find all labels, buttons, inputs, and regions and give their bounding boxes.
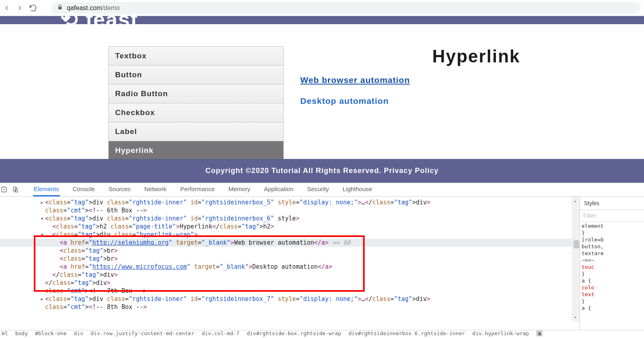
- breadcrumb-item[interactable]: div#rghtside-box.rghtside-wrap: [247, 330, 341, 336]
- content-panel: Hyperlink Web browser automationDesktop …: [300, 46, 520, 117]
- devtools-tabs: ElementsConsoleSourcesNetworkPerformance…: [0, 183, 644, 197]
- dom-tree[interactable]: ▸<class="tag">div class="rghtside-inner"…: [0, 197, 580, 330]
- devtools-tab-elements[interactable]: Elements: [33, 185, 60, 196]
- breadcrumb-item[interactable]: div.row.justify-content-md-center: [91, 330, 194, 336]
- devtools-tab-sources[interactable]: Sources: [108, 185, 132, 196]
- dom-line[interactable]: class="cmt"><!-- 8th Box -->: [0, 303, 580, 311]
- scrollbar[interactable]: ▴ ▾: [572, 197, 580, 322]
- menu-item-checkbox[interactable]: Checkbox: [109, 103, 283, 122]
- site-footer: Copyright ©2020 Tutorial All Rights Rese…: [0, 159, 644, 183]
- dom-line[interactable]: <class="tag">br>: [0, 247, 580, 255]
- styles-filter[interactable]: Filter: [580, 210, 644, 222]
- url-bar[interactable]: qafeast.com/demo: [52, 2, 641, 14]
- forward-icon[interactable]: [16, 4, 23, 12]
- devtools-body: ▸<class="tag">div class="rghtside-inner"…: [0, 197, 644, 330]
- back-icon[interactable]: [3, 4, 10, 12]
- menu-item-button[interactable]: Button: [109, 66, 283, 84]
- svg-rect-1: [13, 187, 16, 191]
- dom-line[interactable]: <a href="http://seleniumhq.org" target="…: [0, 239, 580, 247]
- dom-breadcrumb[interactable]: mlbody#block-onedivdiv.row.justify-conte…: [0, 330, 644, 338]
- footer-text: Copyright ©2020 Tutorial All Rights Rese…: [205, 167, 438, 175]
- menu-item-label[interactable]: Label: [109, 122, 283, 141]
- devtools-panel: ElementsConsoleSourcesNetworkPerformance…: [0, 183, 644, 338]
- dom-line[interactable]: ▸<class="tag">div class="rghtside-inner"…: [0, 198, 580, 206]
- hyperlink-1[interactable]: Web browser automation: [300, 75, 410, 85]
- devtools-tab-console[interactable]: Console: [72, 185, 96, 196]
- devtools-tab-lighthouse[interactable]: Lighthouse: [342, 185, 373, 196]
- inspect-icon[interactable]: [1, 186, 7, 194]
- breadcrumb-item[interactable]: div: [74, 330, 83, 336]
- dom-line[interactable]: class="cmt"><!-- 6th Box -->: [0, 206, 580, 214]
- dom-line[interactable]: ▸<class="tag">div class="rghtside-inner"…: [0, 295, 580, 303]
- dom-line[interactable]: <class="tag">h2 class="page-title">Hyper…: [0, 223, 580, 231]
- breadcrumb-item[interactable]: a: [536, 330, 543, 336]
- reload-icon[interactable]: [29, 4, 37, 12]
- menu-item-textbox[interactable]: Textbox: [109, 47, 283, 66]
- hyperlink-2[interactable]: Desktop automation: [300, 96, 389, 106]
- dom-line[interactable]: class="cmt"><!-- 7th Box -->: [0, 287, 580, 295]
- dom-line[interactable]: <a href="https://www.microfocus.com" tar…: [0, 263, 580, 271]
- styles-rules: element}[role=bbutton,textare -ms- touc}…: [580, 222, 644, 311]
- page-title: Hyperlink: [432, 46, 520, 66]
- dom-line[interactable]: ▾ <class="tag">div class="hyperlink-wrap…: [0, 231, 580, 239]
- scrollbar-thumb[interactable]: [574, 240, 579, 248]
- devtools-tab-security[interactable]: Security: [306, 185, 330, 196]
- site-header-strip: ⟲ feast: [0, 16, 644, 24]
- dom-line[interactable]: </class="tag">div>: [0, 279, 580, 287]
- component-menu: TextboxButtonRadio ButtonCheckboxLabelHy…: [108, 46, 284, 159]
- styles-tab[interactable]: Styles: [580, 197, 644, 210]
- page-body: TextboxButtonRadio ButtonCheckboxLabelHy…: [0, 24, 644, 159]
- dom-line[interactable]: ▾<class="tag">div class="rghtside-inner"…: [0, 214, 580, 223]
- breadcrumb-item[interactable]: body: [15, 330, 28, 336]
- breadcrumb-item[interactable]: div.hyperlink-wrap: [472, 330, 529, 336]
- breadcrumb-item[interactable]: div#rghtsideinnerbox 6.rghtside-inner: [349, 330, 465, 336]
- devtools-tab-application[interactable]: Application: [263, 185, 294, 196]
- dom-line[interactable]: </class="tag">div>: [0, 271, 580, 279]
- breadcrumb-item[interactable]: div.col-md-7: [202, 330, 239, 336]
- menu-item-radio-button[interactable]: Radio Button: [109, 84, 283, 103]
- dom-line[interactable]: <class="tag">br>: [0, 255, 580, 263]
- devtools-tab-memory[interactable]: Memory: [228, 185, 251, 196]
- device-icon[interactable]: [12, 186, 19, 194]
- breadcrumb-item[interactable]: ml: [2, 330, 8, 336]
- devtools-tab-network[interactable]: Network: [144, 185, 167, 196]
- menu-item-hyperlink[interactable]: Hyperlink: [109, 141, 283, 159]
- devtools-tab-performance[interactable]: Performance: [180, 185, 216, 196]
- breadcrumb-item[interactable]: #block-one: [35, 330, 66, 336]
- styles-pane: Styles Filter element}[role=bbutton,text…: [580, 197, 644, 330]
- hyperlink-list: Web browser automationDesktop automation: [300, 75, 520, 117]
